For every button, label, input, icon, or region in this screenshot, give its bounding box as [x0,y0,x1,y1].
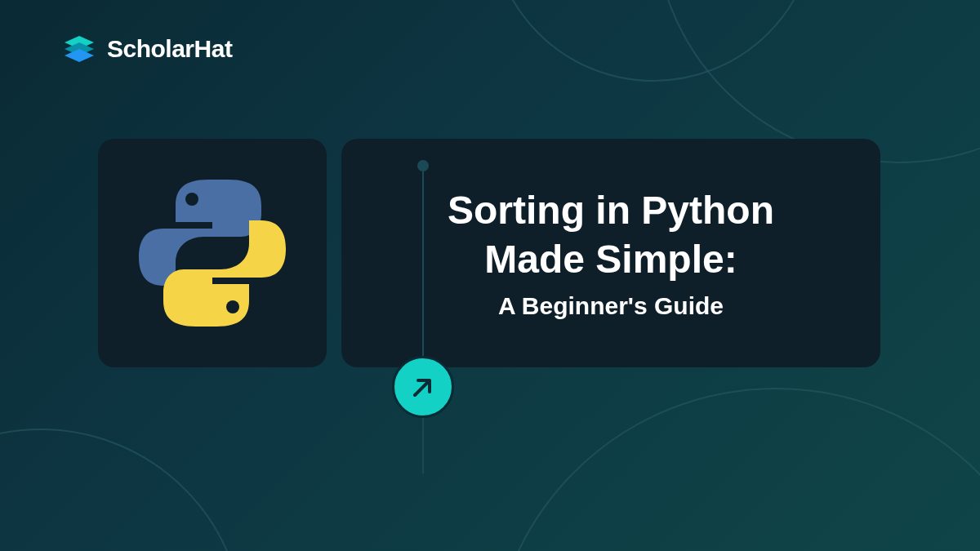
main-content: Sorting in Python Made Simple: A Beginne… [98,139,880,367]
svg-point-1 [226,300,239,313]
python-icon [131,171,294,335]
brand-logo: ScholarHat [61,31,232,67]
brand-name: ScholarHat [107,35,232,63]
arrow-badge [392,356,454,418]
subtitle: A Beginner's Guide [378,292,844,320]
connector-line [422,163,424,473]
bg-decoration [0,429,245,551]
svg-point-0 [185,193,198,206]
arrow-up-right-icon [408,372,438,402]
title-line-1: Sorting in Python [448,189,774,232]
python-logo-card [98,139,327,367]
bg-decoration [490,388,980,551]
main-title: Sorting in Python Made Simple: [378,186,844,284]
scholarhat-icon [61,31,97,67]
title-line-2: Made Simple: [484,238,737,281]
connector-dot [417,160,429,171]
